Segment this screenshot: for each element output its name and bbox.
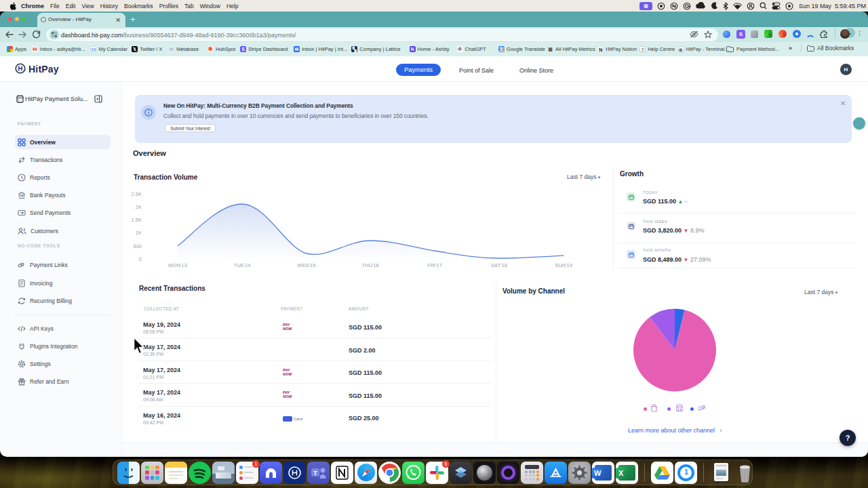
svg-text:SUN'19: SUN'19	[555, 262, 572, 268]
svg-text:1.5K: 1.5K	[132, 217, 142, 223]
svg-text:THU'16: THU'16	[361, 262, 378, 268]
svg-text:2K: 2K	[136, 204, 142, 210]
svg-text:MON'13: MON'13	[168, 262, 186, 268]
svg-text:WED'15: WED'15	[297, 262, 315, 268]
svg-text:FRI'17: FRI'17	[427, 262, 442, 268]
svg-text:0: 0	[139, 256, 142, 262]
svg-text:2.5K: 2.5K	[132, 191, 142, 197]
svg-text:500: 500	[133, 243, 142, 249]
svg-text:SAT'18: SAT'18	[491, 262, 507, 268]
svg-text:1K: 1K	[136, 230, 142, 236]
svg-text:T: T	[313, 470, 317, 476]
svg-text:TUE'14: TUE'14	[234, 262, 251, 268]
